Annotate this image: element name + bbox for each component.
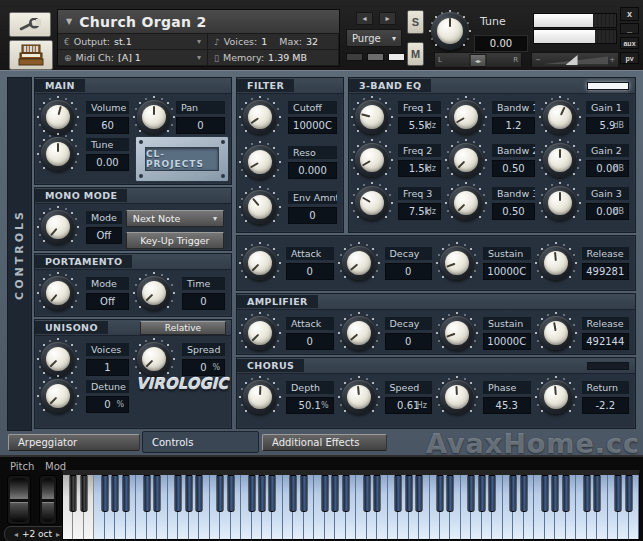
piano-black-key[interactable] [615, 475, 622, 512]
decay-knob[interactable] [342, 246, 376, 280]
piano-black-key[interactable] [625, 475, 632, 512]
mode-value[interactable]: Off [86, 227, 122, 244]
edit-wrench-button[interactable] [9, 12, 51, 37]
octave-down-icon[interactable]: ◂ [14, 530, 18, 539]
piano-black-key[interactable] [248, 475, 255, 512]
piano-black-key[interactable] [520, 475, 527, 512]
piano-black-key[interactable] [468, 475, 475, 512]
tune-value[interactable]: 0.00 [86, 154, 129, 171]
return-value[interactable]: -2.2 [582, 397, 630, 414]
freq-1-knob[interactable] [355, 100, 389, 134]
speed-knob[interactable] [342, 380, 376, 414]
piano-black-key[interactable] [227, 475, 234, 512]
pan-handle[interactable]: ◂▸ [470, 54, 487, 67]
piano-black-key[interactable] [269, 475, 276, 512]
mono-mode-dropdown[interactable]: Next Note ▾ [126, 210, 224, 227]
piano-black-key[interactable] [405, 475, 412, 512]
piano-black-key[interactable] [196, 475, 203, 512]
gain-2-knob[interactable] [543, 143, 577, 177]
reso-knob[interactable] [243, 145, 277, 179]
tab-arpeggiator[interactable]: Arpeggiator [8, 434, 140, 451]
close-button[interactable]: x [620, 7, 639, 21]
env-amnt-knob[interactable] [243, 190, 277, 224]
bandw-1-value[interactable]: 1.2 [492, 117, 535, 134]
piano-black-key[interactable] [342, 475, 349, 512]
piano-black-key[interactable] [562, 475, 569, 512]
tune-knob[interactable] [41, 137, 75, 171]
piano-black-key[interactable] [101, 475, 108, 512]
max-value[interactable]: 32 [306, 36, 318, 47]
minimize-button[interactable]: _ [620, 23, 639, 34]
gain-1-knob[interactable] [543, 100, 577, 134]
solo-button[interactable]: S [407, 10, 424, 34]
piano-black-key[interactable] [447, 475, 454, 512]
attack-value[interactable]: 0 [286, 263, 334, 280]
instrument-title-row[interactable]: ▼ Church Organ 2 [58, 10, 339, 34]
piano-black-key[interactable] [70, 475, 77, 512]
gain-2-value[interactable]: 0.00dB [586, 160, 629, 177]
piano-black-key[interactable] [122, 475, 129, 512]
piano-black-key[interactable] [332, 475, 339, 512]
speed-value[interactable]: 0.61Hz [385, 397, 433, 414]
tab-controls[interactable]: Controls [142, 431, 259, 453]
piano-black-key[interactable] [416, 475, 423, 512]
collapse-arrow-icon[interactable]: ▼ [66, 17, 72, 26]
aux-button[interactable]: aux [620, 37, 639, 49]
piano-keyboard[interactable] [62, 470, 640, 540]
attack-knob[interactable] [243, 316, 277, 350]
piano-black-key[interactable] [478, 475, 485, 512]
mode-knob[interactable] [41, 276, 75, 310]
piano-black-key[interactable] [541, 475, 548, 512]
pan-slider[interactable]: L R ◂▸ [434, 52, 522, 68]
sustain-knob[interactable] [440, 246, 474, 280]
tab-additional-effects[interactable]: Additional Effects [262, 434, 387, 451]
depth-value[interactable]: 50.1% [286, 397, 334, 414]
decay-value[interactable]: 0 [385, 263, 433, 280]
volume-value[interactable]: 60 [86, 117, 129, 134]
piano-black-key[interactable] [321, 475, 328, 512]
volume-slider[interactable]: − + [531, 52, 619, 68]
octave-up-icon[interactable]: ▸ [56, 530, 60, 539]
sustain-value[interactable]: 10000C [483, 333, 531, 350]
bandw-3-knob[interactable] [449, 186, 483, 220]
env-amnt-value[interactable]: 0 [288, 207, 337, 224]
decay-knob[interactable] [342, 316, 376, 350]
piano-black-key[interactable] [300, 475, 307, 512]
pv-button[interactable]: pv [620, 52, 639, 64]
previous-instrument-button[interactable]: ◂ [356, 12, 373, 25]
pan-value[interactable]: 0 [176, 117, 225, 134]
gain-3-value[interactable]: 0.00dB [586, 203, 629, 220]
voices-knob[interactable] [41, 342, 75, 376]
mute-button[interactable]: M [407, 42, 424, 66]
phase-value[interactable]: 45.3 [483, 397, 531, 414]
freq-1-value[interactable]: 5.5kHz [398, 117, 441, 134]
detune-value[interactable]: 0% [86, 396, 129, 413]
gain-3-knob[interactable] [543, 186, 577, 220]
relative-button[interactable]: Relative [140, 321, 226, 335]
time-value[interactable]: 0 [182, 293, 225, 310]
header-tune-value[interactable]: 0.00 [474, 35, 528, 52]
pitch-wheel[interactable] [7, 475, 31, 525]
pan-knob[interactable] [137, 100, 171, 134]
piano-black-key[interactable] [185, 475, 192, 512]
freq-3-knob[interactable] [355, 186, 389, 220]
piano-black-key[interactable] [395, 475, 402, 512]
piano-black-key[interactable] [175, 475, 182, 512]
depth-knob[interactable] [243, 380, 277, 414]
phase-knob[interactable] [440, 380, 474, 414]
bandw-2-knob[interactable] [449, 143, 483, 177]
attack-value[interactable]: 0 [286, 333, 334, 350]
bandw-2-value[interactable]: 0.50 [492, 160, 535, 177]
freq-3-value[interactable]: 7.5kHz [398, 203, 441, 220]
mode-value[interactable]: Off [86, 293, 129, 310]
attack-knob[interactable] [243, 246, 277, 280]
piano-black-key[interactable] [510, 475, 517, 512]
volume-knob[interactable] [41, 100, 75, 134]
piano-black-key[interactable] [217, 475, 224, 512]
cutoff-knob[interactable] [243, 100, 277, 134]
release-knob[interactable] [539, 246, 573, 280]
piano-black-key[interactable] [552, 475, 559, 512]
piano-black-key[interactable] [290, 475, 297, 512]
piano-black-key[interactable] [112, 475, 119, 512]
key-up-trigger-button[interactable]: Key-Up Trigger [126, 232, 224, 249]
